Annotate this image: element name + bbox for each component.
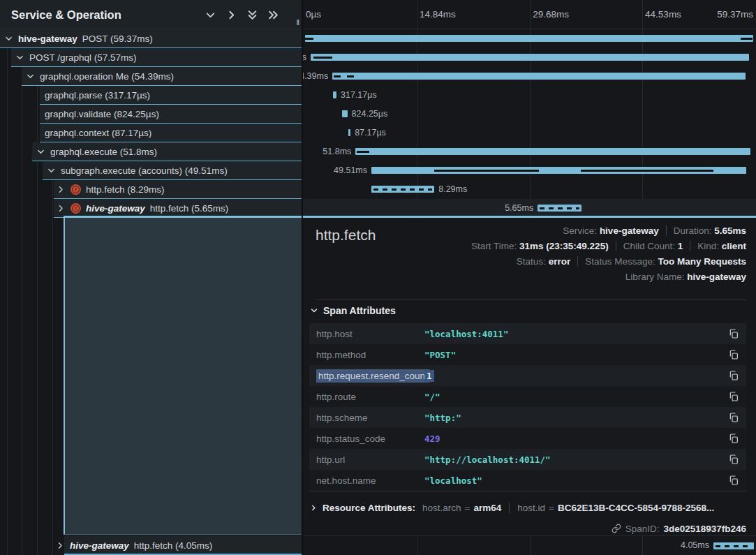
meta-label: Kind: (697, 241, 722, 251)
meta-label: Duration: (674, 225, 715, 236)
attribute-value[interactable]: 429 (424, 434, 728, 444)
resource-equals: = (465, 503, 470, 513)
attribute-key[interactable]: net.host.name (316, 475, 424, 486)
span-duration-bar[interactable] (332, 73, 746, 80)
attribute-row: http.route"/" (309, 386, 746, 407)
span-tree-row[interactable]: hive-gatewayPOST (59.37ms) (0, 29, 303, 48)
chevron-down-icon[interactable] (4, 34, 13, 43)
span-attributes-label: Span Attributes (323, 305, 396, 316)
attribute-key[interactable]: http.host (316, 329, 424, 339)
attribute-value[interactable]: "/" (424, 392, 728, 402)
attribute-row: http.url"http://localhost:4011/" (309, 449, 746, 470)
timeline-row[interactable]: 54.39ms (303, 67, 756, 86)
span-duration-bar[interactable] (713, 542, 754, 549)
chevron-right-icon[interactable] (57, 185, 66, 194)
chevron-down-icon[interactable] (26, 72, 35, 81)
chevron-down-icon[interactable] (205, 9, 216, 21)
meta-value: Too Many Requests (658, 256, 746, 267)
copy-icon[interactable] (728, 349, 739, 360)
span-duration-bar[interactable] (348, 129, 350, 136)
copy-icon[interactable] (728, 328, 739, 339)
span-duration-bar[interactable] (342, 110, 348, 117)
chevron-right-icon[interactable] (57, 204, 66, 213)
attribute-key[interactable]: http.method (316, 350, 424, 360)
chevron-down-icon[interactable] (15, 53, 24, 62)
attribute-value[interactable]: 1 (424, 371, 728, 381)
resource-value: BC62E13B-C4CC-5854-9788-2568... (558, 503, 714, 513)
copy-icon[interactable] (728, 391, 739, 402)
panel-resize-handle[interactable]: ‖ (296, 18, 300, 27)
meta-label: Child Count: (623, 241, 678, 251)
resource-attributes-preview: host.arch=arm64host.id=BC62E13B-C4CC-585… (422, 503, 714, 513)
attribute-value[interactable]: "localhost" (424, 475, 728, 486)
meta-separator (577, 256, 578, 266)
span-operation-name: graphql.execute (51.8ms) (50, 147, 157, 157)
copy-icon[interactable] (728, 475, 739, 486)
span-tree-row[interactable]: graphql.execute (51.8ms) (0, 142, 303, 161)
link-icon[interactable] (612, 524, 621, 533)
span-duration-bar[interactable] (371, 186, 434, 193)
attribute-key-cell: http.method (316, 350, 424, 360)
span-operation-name: http.fetch (8.29ms) (86, 184, 165, 195)
attribute-value[interactable]: "http://localhost:4011/" (424, 454, 728, 465)
resource-attributes-section-header[interactable]: Resource Attributes: host.arch=arm64host… (310, 498, 746, 517)
span-duration-bar[interactable] (305, 35, 754, 42)
attribute-value[interactable]: "localhost:4011" (424, 329, 728, 339)
timeline-row[interactable]: 87.17µs (303, 124, 756, 142)
span-details-title: http.fetch (316, 227, 376, 244)
meta-separator (690, 241, 690, 251)
timeline-row[interactable]: 57.57ms (303, 48, 756, 67)
timeline-row[interactable]: 8.29ms (303, 180, 756, 199)
attribute-key[interactable]: http.url (316, 454, 424, 465)
span-tree-panel: hive-gatewayPOST (59.37ms)POST /graphql … (0, 0, 303, 555)
bottom-timeline-row: 4.05ms (303, 535, 756, 555)
span-tree-row[interactable]: graphql.operation Me (54.39ms) (0, 67, 303, 86)
timeline-row[interactable] (303, 29, 756, 48)
span-tree-row[interactable]: graphql.context (87.17µs) (0, 124, 303, 142)
child-span-mark (334, 75, 341, 77)
copy-icon[interactable] (728, 412, 739, 423)
timeline-row[interactable]: 5.65ms (303, 199, 756, 218)
span-tree-row[interactable]: hive-gatewayhttp.fetch (4.05ms) (0, 535, 303, 555)
chevron-down-icon[interactable] (47, 166, 56, 175)
attribute-key[interactable]: http.status_code (316, 434, 424, 444)
tree-row-content: graphql.validate (824.25µs) (0, 105, 303, 124)
span-id-label: SpanID: (625, 524, 660, 534)
chevron-right-icon[interactable] (225, 9, 237, 21)
attribute-value[interactable]: "http:" (424, 413, 728, 423)
chevron-down-icon[interactable] (36, 147, 45, 156)
double-chevron-right-icon[interactable] (267, 9, 279, 21)
attribute-key-cell: http.url (316, 454, 424, 465)
timeline-row[interactable]: 824.25µs (303, 105, 756, 124)
copy-icon[interactable] (728, 370, 739, 381)
child-span-mark (347, 75, 354, 77)
copy-icon[interactable] (728, 454, 739, 465)
timeline-row[interactable]: 49.51ms (303, 161, 756, 180)
span-tree-row[interactable]: POST /graphql (57.57ms) (0, 48, 303, 67)
span-attributes-section-header[interactable]: Span Attributes (310, 305, 396, 316)
attribute-value[interactable]: "POST" (424, 350, 728, 360)
timeline-row[interactable]: 51.8ms (303, 142, 756, 161)
span-tree-row[interactable]: !http.fetch (8.29ms) (0, 180, 303, 199)
chevron-right-icon[interactable] (56, 541, 65, 550)
meta-separator (666, 225, 667, 235)
span-duration-bar[interactable] (311, 54, 749, 61)
span-tree-row[interactable]: graphql.validate (824.25µs) (0, 105, 303, 124)
attribute-key[interactable]: http.scheme (316, 413, 424, 423)
span-duration-bar[interactable] (333, 91, 336, 98)
attribute-row: http.status_code429 (309, 428, 746, 449)
attribute-key[interactable]: http.route (316, 392, 424, 402)
timeline-row[interactable]: 317.17µs (303, 86, 756, 105)
meta-line: Start Time: 31ms (23:35:49.225)Child Cou… (471, 239, 746, 254)
span-duration-bar[interactable] (538, 205, 581, 212)
span-tree-row[interactable]: subgraph.execute (accounts) (49.51ms) (0, 161, 303, 180)
span-duration-bar[interactable] (355, 148, 750, 155)
double-chevron-down-icon[interactable] (246, 9, 258, 21)
span-tree-row[interactable]: graphql.parse (317.17µs) (0, 86, 303, 105)
tree-row-content: !hive-gatewayhttp.fetch (5.65ms) (0, 199, 303, 218)
span-tree-row[interactable]: !hive-gatewayhttp.fetch (5.65ms) (0, 199, 303, 218)
copy-icon[interactable] (728, 433, 739, 444)
attribute-key[interactable]: http.request.resend_count (316, 369, 430, 383)
attribute-row: http.request.resend_count1 (309, 365, 746, 386)
meta-value: 1 (678, 241, 683, 251)
